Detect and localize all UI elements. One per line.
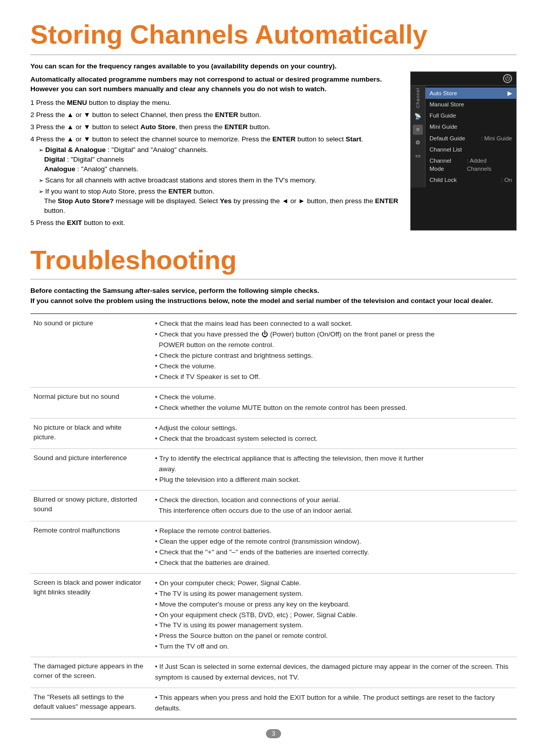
tv-menu-item-label: Mini Guide bbox=[429, 123, 457, 131]
table-row: No picture or black and white picture. •… bbox=[30, 418, 517, 449]
table-row: Blurred or snowy picture, distorted soun… bbox=[30, 490, 517, 521]
tv-icon-settings: ⚙ bbox=[413, 138, 423, 148]
tv-menu-item-label: Channel List bbox=[429, 145, 462, 154]
storing-step-1: Press the MENU button to display the men… bbox=[30, 98, 400, 108]
issue-cell: No picture or black and white picture. bbox=[30, 418, 152, 449]
tv-menu-wrapper: ⏻ Channel 📡 ≡ ⚙ ▭ Auto Store ▶ Manual S bbox=[410, 61, 517, 230]
tv-menu-item-defaultguide: Default Guide : Mini Guide bbox=[425, 133, 516, 144]
tv-power-icon: ⏻ bbox=[503, 74, 512, 83]
solution-cell: • If Just Scan is selected in some exter… bbox=[152, 657, 517, 688]
solution-cell: • Replace the remote control batteries. … bbox=[152, 521, 517, 574]
trouble-intro-line1: Before contacting the Samsung after-sale… bbox=[30, 287, 319, 294]
tv-menu-item-fullguide: Full Guide bbox=[425, 110, 516, 121]
issue-cell: Remote control malfunctions bbox=[30, 521, 152, 574]
section-divider-1 bbox=[30, 54, 517, 55]
tv-menu-item-manualstore: Manual Store bbox=[425, 99, 516, 110]
solution-cell: • Try to identify the electrical applian… bbox=[152, 449, 517, 490]
tv-menu-item-value: : Mini Guide bbox=[481, 134, 512, 142]
solution-cell: • Adjust the colour settings. • Check th… bbox=[152, 418, 517, 449]
issue-cell: Normal picture but no sound bbox=[30, 387, 152, 418]
tv-menu-item-value: : Added Channels bbox=[467, 157, 512, 173]
issue-cell: Sound and picture interference bbox=[30, 449, 152, 490]
storing-subbullet-1: Digital & Analogue : "Digital" and "Anal… bbox=[38, 145, 400, 174]
table-row: Sound and picture interference • Try to … bbox=[30, 449, 517, 490]
table-row: Screen is black and power indicator ligh… bbox=[30, 573, 517, 657]
tv-icon-antenna: 📡 bbox=[413, 111, 423, 122]
issue-cell: The "Resets all settings to the default … bbox=[30, 688, 152, 719]
solution-cell: • Check that the mains lead has been con… bbox=[152, 314, 517, 387]
tv-menu-item-channellist: Channel List bbox=[425, 144, 516, 155]
tv-menu-item-value: : On bbox=[501, 176, 512, 184]
section-divider-2 bbox=[30, 279, 517, 280]
storing-step-2: Press the ▲ or ▼ button to select Channe… bbox=[30, 110, 400, 120]
storing-intro-p1: You can scan for the frequency ranges av… bbox=[30, 61, 400, 71]
tv-menu-item-channelmode: Channel Mode : Added Channels bbox=[425, 155, 516, 174]
storing-subbullet-2: Scans for all channels with active broad… bbox=[38, 176, 400, 185]
storing-step-3: Press the ▲ or ▼ button to select Auto S… bbox=[30, 123, 400, 132]
tv-icon-display: ▭ bbox=[413, 151, 423, 161]
tv-menu-item-label: Auto Store bbox=[429, 89, 457, 97]
page-title-troubleshooting: Troubleshooting bbox=[30, 246, 517, 275]
issue-cell: The damaged picture appears in the corne… bbox=[30, 657, 152, 688]
troubleshooting-table: No sound or picture • Check that the mai… bbox=[30, 313, 517, 720]
page-number-badge: 3 bbox=[266, 729, 282, 738]
storing-intro-text: You can scan for the frequency ranges av… bbox=[30, 61, 400, 230]
table-row: No sound or picture • Check that the mai… bbox=[30, 314, 517, 387]
solution-cell: • This appears when you press and hold t… bbox=[152, 688, 517, 719]
storing-intro-p2: Automatically allocated programme number… bbox=[30, 74, 400, 94]
trouble-intro-line2: If you cannot solve the problem using th… bbox=[30, 297, 493, 305]
storing-subbullets: Digital & Analogue : "Digital" and "Anal… bbox=[30, 145, 400, 215]
table-row: The damaged picture appears in the corne… bbox=[30, 657, 517, 688]
tv-menu-item-label: Manual Store bbox=[429, 100, 464, 108]
issue-cell: Screen is black and power indicator ligh… bbox=[30, 573, 152, 657]
tv-menu-sidebar: Channel 📡 ≡ ⚙ ▭ Auto Store ▶ Manual Stor… bbox=[411, 86, 516, 187]
issue-cell: No sound or picture bbox=[30, 314, 152, 387]
tv-menu-icons: Channel 📡 ≡ ⚙ ▭ bbox=[411, 86, 425, 187]
tv-menu-top-bar: ⏻ bbox=[411, 72, 516, 86]
storing-step-5: Press the EXIT button to exit. bbox=[30, 218, 400, 228]
table-row: Remote control malfunctions • Replace th… bbox=[30, 521, 517, 574]
storing-step-4: Press the ▲ or ▼ button to select the ch… bbox=[30, 135, 400, 216]
tv-menu-item-label: Default Guide bbox=[429, 134, 465, 142]
storing-subbullet-3: If you want to stop Auto Store, press th… bbox=[38, 187, 400, 216]
issue-cell: Blurred or snowy picture, distorted soun… bbox=[30, 490, 152, 521]
tv-menu-item-miniguide: Mini Guide bbox=[425, 121, 516, 132]
solution-cell: • Check the volume. • Check whether the … bbox=[152, 387, 517, 418]
storing-intro-section: You can scan for the frequency ranges av… bbox=[30, 61, 517, 230]
storing-steps-list: Press the MENU button to display the men… bbox=[30, 98, 400, 228]
table-row: Normal picture but no sound • Check the … bbox=[30, 387, 517, 418]
page-number-container: 3 bbox=[30, 730, 517, 738]
tv-menu-item-label: Child Lock bbox=[429, 176, 457, 184]
troubleshooting-intro: Before contacting the Samsung after-sale… bbox=[30, 286, 517, 307]
tv-menu-item-label: Channel Mode bbox=[429, 157, 467, 173]
tv-menu-screenshot: ⏻ Channel 📡 ≡ ⚙ ▭ Auto Store ▶ Manual S bbox=[410, 71, 517, 230]
channel-label: Channel bbox=[415, 88, 421, 108]
solution-cell: • On your computer check; Power, Signal … bbox=[152, 573, 517, 657]
tv-menu-item-autostore: Auto Store ▶ bbox=[425, 88, 516, 99]
tv-menu-item-label: Full Guide bbox=[429, 111, 456, 120]
tv-menu-item-childlock: Child Lock : On bbox=[425, 174, 516, 185]
page-title-storing: Storing Channels Automatically bbox=[30, 20, 517, 49]
table-row: The "Resets all settings to the default … bbox=[30, 688, 517, 719]
solution-cell: • Check the direction, location and conn… bbox=[152, 490, 517, 521]
tv-menu-item-arrow: ▶ bbox=[507, 89, 512, 97]
tv-menu-items-list: Auto Store ▶ Manual Store Full Guide Min… bbox=[425, 86, 516, 187]
tv-icon-channel: ≡ bbox=[413, 125, 423, 135]
